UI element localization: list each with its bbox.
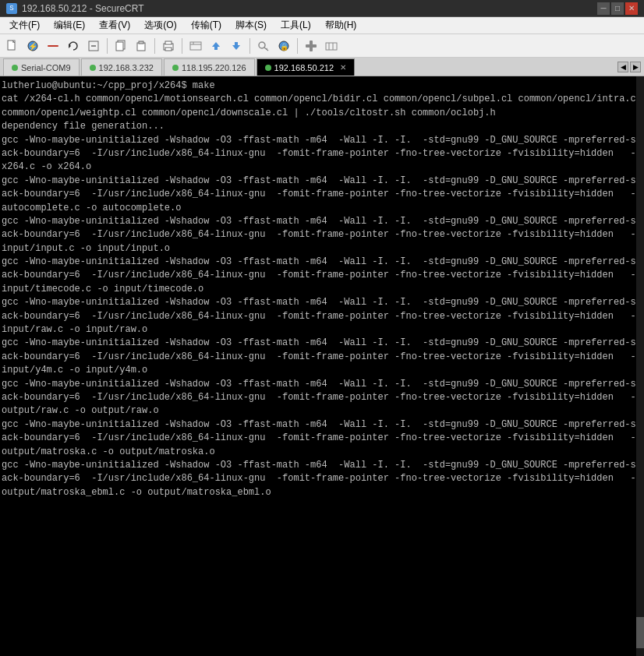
close-button[interactable]: ✕ xyxy=(625,2,638,15)
tab-status-dot xyxy=(90,65,96,71)
app-icon: S xyxy=(6,3,17,14)
toolbar-sep-1 xyxy=(107,38,108,54)
tab-ip2[interactable]: 118.195.220.126 xyxy=(164,58,255,76)
menu-options[interactable]: 选项(O) xyxy=(138,17,182,34)
svg-rect-10 xyxy=(116,42,123,51)
menu-bar: 文件(F) 编辑(E) 查看(V) 选项(O) 传输(T) 脚本(S) 工具(L… xyxy=(0,17,644,34)
svg-rect-22 xyxy=(235,42,238,45)
minimize-button[interactable]: ─ xyxy=(597,2,610,15)
tab-next-button[interactable]: ▶ xyxy=(630,62,641,72)
tab-status-dot xyxy=(265,65,271,71)
toolbar-btn-disconnect[interactable] xyxy=(44,37,62,55)
toolbar-sep-4 xyxy=(249,38,250,54)
title-bar-left: S 192.168.50.212 - SecureCRT xyxy=(6,3,144,14)
menu-view[interactable]: 查看(V) xyxy=(93,17,136,34)
svg-rect-15 xyxy=(165,48,172,51)
window-title: 192.168.50.212 - SecureCRT xyxy=(22,3,144,14)
tab-prev-button[interactable]: ◀ xyxy=(617,62,628,72)
svg-rect-20 xyxy=(214,47,218,50)
svg-rect-30 xyxy=(326,43,337,50)
toolbar-btn-new[interactable] xyxy=(3,37,22,55)
tab-navigation[interactable]: ◀ ▶ xyxy=(617,62,641,72)
toolbar-btn-map[interactable] xyxy=(322,37,341,55)
menu-edit[interactable]: 编辑(E) xyxy=(48,17,91,34)
tab-serial[interactable]: Serial-COM9 xyxy=(3,58,80,76)
svg-rect-12 xyxy=(139,41,143,44)
tab-ip1[interactable]: 192.168.3.232 xyxy=(81,58,162,76)
svg-text:⚡: ⚡ xyxy=(28,41,38,51)
toolbar-btn-copy[interactable] xyxy=(111,37,130,55)
tab-close-icon[interactable]: ✕ xyxy=(340,63,346,72)
tab-status-dot xyxy=(172,65,179,71)
toolbar-btn-sftp[interactable] xyxy=(186,37,205,55)
svg-rect-16 xyxy=(190,42,201,50)
tab-label-ip3: 192.168.50.212 xyxy=(274,63,334,72)
maximize-button[interactable]: □ xyxy=(611,2,624,15)
svg-rect-29 xyxy=(306,44,317,48)
tab-label-ip1: 192.168.3.232 xyxy=(99,63,154,72)
menu-transfer[interactable]: 传输(T) xyxy=(185,17,228,34)
tab-bar: Serial-COM9 192.168.3.232 118.195.220.12… xyxy=(0,58,644,76)
scrollbar-thumb[interactable] xyxy=(636,617,644,648)
toolbar-sep-5 xyxy=(297,38,298,54)
toolbar-btn-lock[interactable]: 🔒 xyxy=(274,37,293,55)
menu-file[interactable]: 文件(F) xyxy=(3,17,46,34)
svg-marker-21 xyxy=(232,45,240,50)
terminal-output: lutherluo@ubuntu:~/cpp_proj/x264$ make c… xyxy=(2,79,642,499)
svg-rect-5 xyxy=(48,45,58,47)
toolbar-btn-key[interactable] xyxy=(254,37,273,55)
svg-marker-19 xyxy=(212,42,220,47)
svg-rect-14 xyxy=(165,41,172,44)
svg-point-23 xyxy=(259,42,265,48)
toolbar-btn-download[interactable] xyxy=(227,37,246,55)
tab-ip3[interactable]: 192.168.50.212 ✕ xyxy=(257,58,355,76)
title-bar: S 192.168.50.212 - SecureCRT ─ □ ✕ xyxy=(0,0,644,17)
toolbar-btn-reconnect[interactable] xyxy=(64,37,83,55)
toolbar-btn-5[interactable] xyxy=(84,37,103,55)
tab-label-ip2: 118.195.220.126 xyxy=(182,63,246,72)
terminal-area[interactable]: lutherluo@ubuntu:~/cpp_proj/x264$ make c… xyxy=(0,76,644,656)
tab-label-serial: Serial-COM9 xyxy=(21,63,71,72)
toolbar-btn-print[interactable] xyxy=(159,37,178,55)
toolbar-sep-3 xyxy=(182,38,182,54)
menu-script[interactable]: 脚本(S) xyxy=(229,17,273,34)
tab-status-dot xyxy=(12,65,18,71)
window-controls[interactable]: ─ □ ✕ xyxy=(597,2,638,15)
svg-text:🔒: 🔒 xyxy=(280,42,289,51)
toolbar-btn-upload[interactable] xyxy=(207,37,225,55)
toolbar-btn-connect[interactable]: ⚡ xyxy=(23,37,42,55)
menu-tools[interactable]: 工具(L) xyxy=(274,17,317,34)
toolbar-sep-2 xyxy=(154,38,155,54)
menu-help[interactable]: 帮助(H) xyxy=(319,17,363,34)
toolbar-btn-settings[interactable] xyxy=(302,37,320,55)
toolbar: ⚡ 🔒 xyxy=(0,34,644,58)
toolbar-btn-paste[interactable] xyxy=(132,37,150,55)
scrollbar[interactable] xyxy=(636,76,644,656)
